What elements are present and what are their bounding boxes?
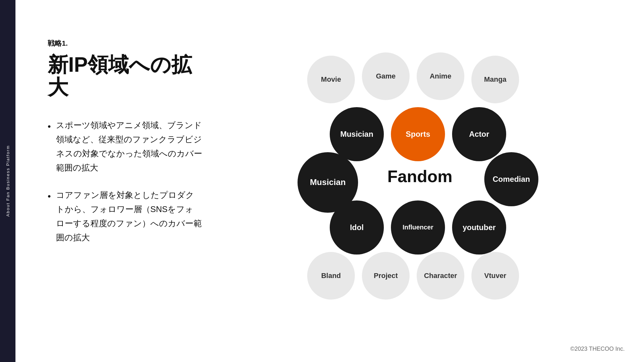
circle-game: Game — [362, 52, 410, 100]
circle-sports: Sports — [391, 107, 445, 161]
circle-comedian: Comedian — [484, 152, 538, 206]
bullet-text-2: コアファン層を対象としたプロダクトから、フォロワー層（SNSをフォローする程度の… — [56, 188, 202, 245]
bullet-dot-1: • — [48, 119, 51, 134]
left-panel: 戦略1. 新IP領域への拡大 • スポーツ領域やアニメ領域、ブランド領域など、従… — [15, 0, 222, 362]
circle-movie: Movie — [307, 56, 355, 103]
circle-anime: Anime — [417, 52, 464, 100]
sidebar: About Fan Business Platform — [0, 0, 15, 362]
bullet-list: • スポーツ領域やアニメ領域、ブランド領域など、従来型のファンクラブビジネスの対… — [48, 118, 202, 245]
main-content: 戦略1. 新IP領域への拡大 • スポーツ領域やアニメ領域、ブランド領域など、従… — [15, 0, 644, 362]
circle-idol: Idol — [330, 200, 384, 255]
right-panel: Movie Game Anime Manga Musician Sports A… — [222, 0, 644, 362]
bullet-text-1: スポーツ領域やアニメ領域、ブランド領域など、従来型のファンクラブビジネスの対象で… — [56, 118, 202, 175]
footer-copyright: ©2023 THECOO Inc. — [570, 346, 625, 352]
circle-influencer: Influencer — [391, 200, 445, 255]
strategy-label: 戦略1. — [48, 39, 202, 48]
circle-youtuber: youtuber — [452, 200, 506, 255]
circle-manga: Manga — [471, 56, 519, 103]
sidebar-text: About Fan Business Platform — [5, 145, 10, 217]
circle-character: Character — [417, 252, 464, 300]
bullet-item-1: • スポーツ領域やアニメ領域、ブランド領域など、従来型のファンクラブビジネスの対… — [48, 118, 202, 175]
circle-project: Project — [362, 252, 410, 300]
circle-actor: Actor — [452, 107, 506, 161]
diagram-container: Movie Game Anime Manga Musician Sports A… — [288, 49, 578, 313]
bullet-dot-2: • — [48, 189, 51, 204]
circle-vtuver: Vtuver — [471, 252, 519, 300]
circle-bland: Bland — [307, 252, 355, 300]
main-title: 新IP領域への拡大 — [48, 53, 202, 99]
fandom-label: Fandom — [365, 155, 475, 197]
bullet-item-2: • コアファン層を対象としたプロダクトから、フォロワー層（SNSをフォローする程… — [48, 188, 202, 245]
circle-musician-top: Musician — [330, 107, 384, 161]
